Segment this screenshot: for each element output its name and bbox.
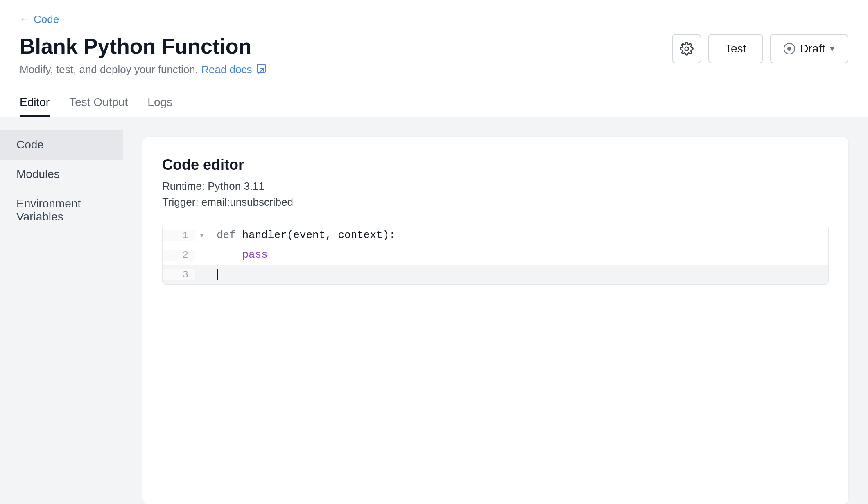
read-docs-label: Read docs xyxy=(201,63,252,76)
code-line-2: 2 pass xyxy=(163,245,828,265)
subtitle: Modify, test, and deploy your function. … xyxy=(20,63,266,76)
code-line-3: 3 xyxy=(163,265,828,284)
subtitle-text: Modify, test, and deploy your function. xyxy=(20,63,198,76)
read-docs-link[interactable]: Read docs xyxy=(201,63,266,76)
line-num-1: 1 xyxy=(163,230,195,241)
header-actions: Test Draft ▾ xyxy=(672,34,848,63)
main-content: Code Modules Environment Variables Code … xyxy=(0,117,868,504)
runtime-label: Runtime: Python 3.11 xyxy=(162,180,829,193)
tabs-nav: Editor Test Output Logs xyxy=(20,89,848,117)
tab-editor[interactable]: Editor xyxy=(20,89,50,117)
sidebar-item-environment-variables[interactable]: Environment Variables xyxy=(0,189,123,232)
sidebar-item-modules[interactable]: Modules xyxy=(0,160,123,189)
code-line-1: 1 ▾ def handler(event, context): xyxy=(163,225,828,245)
chevron-down-icon: ▾ xyxy=(830,43,834,54)
header-bar: ← Code Blank Python Function Modify, tes… xyxy=(0,0,868,117)
draft-label: Draft xyxy=(800,42,825,55)
page-title: Blank Python Function xyxy=(20,34,266,59)
code-editor[interactable]: 1 ▾ def handler(event, context): 2 pass … xyxy=(162,225,829,285)
title-row: Blank Python Function Modify, test, and … xyxy=(20,34,848,76)
tab-logs[interactable]: Logs xyxy=(147,89,172,117)
draft-status-icon xyxy=(784,43,795,54)
code-content-3 xyxy=(208,268,218,281)
draft-button[interactable]: Draft ▾ xyxy=(770,34,848,63)
settings-button[interactable] xyxy=(672,34,701,63)
collapse-btn-1[interactable]: ▾ xyxy=(195,230,208,241)
external-link-icon xyxy=(257,64,266,73)
editor-area: Code editor Runtime: Python 3.11 Trigger… xyxy=(123,117,868,504)
line-num-3: 3 xyxy=(163,269,195,280)
back-arrow-icon: ← xyxy=(20,13,30,26)
title-section: Blank Python Function Modify, test, and … xyxy=(20,34,266,76)
test-button[interactable]: Test xyxy=(708,34,763,63)
code-content-1: def handler(event, context): xyxy=(208,229,396,241)
line-num-2: 2 xyxy=(163,250,195,261)
tab-test-output[interactable]: Test Output xyxy=(69,89,128,117)
editor-title: Code editor xyxy=(162,156,829,173)
editor-card: Code editor Runtime: Python 3.11 Trigger… xyxy=(142,137,848,504)
sidebar: Code Modules Environment Variables xyxy=(0,117,123,504)
back-link[interactable]: ← Code xyxy=(20,13,848,26)
code-content-2: pass xyxy=(208,249,268,261)
back-label: Code xyxy=(34,13,59,26)
svg-point-0 xyxy=(685,47,689,51)
trigger-label: Trigger: email:unsubscribed xyxy=(162,196,829,209)
sidebar-item-code[interactable]: Code xyxy=(0,130,123,160)
